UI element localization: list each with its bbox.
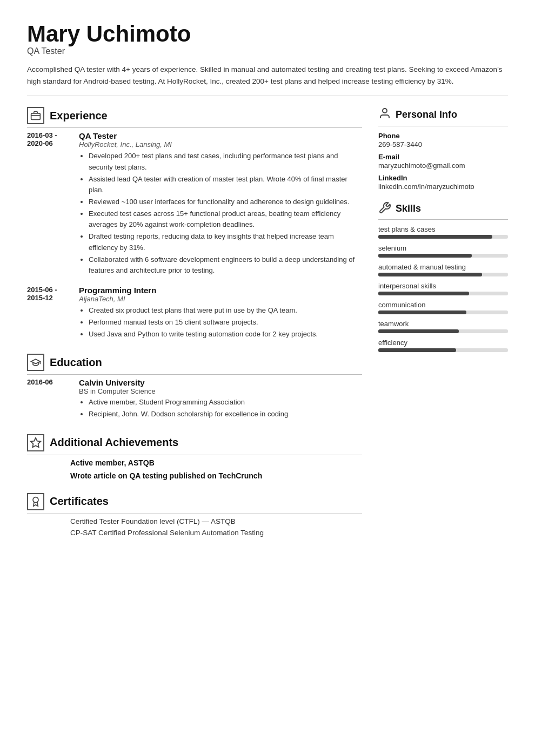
bullet: Collaborated with 6 software development…	[89, 254, 362, 276]
linkedin-label: LinkedIn	[378, 174, 508, 182]
achievements-header: Additional Achievements	[27, 434, 362, 455]
bullet: Developed 200+ test plans and test cases…	[89, 151, 362, 172]
email-value: maryzuchimoto@gmail.com	[378, 161, 508, 170]
bullet: Reviewed ~100 user interfaces for functi…	[89, 197, 362, 207]
job-title: QA Tester	[27, 46, 508, 56]
personal-info-header: Personal Info	[378, 107, 508, 126]
education-header: Education	[27, 354, 362, 375]
skill-bar-bg	[378, 329, 508, 333]
skill-bar-bg	[378, 235, 508, 239]
skill-bar-bg	[378, 254, 508, 258]
experience-entry: 2016-03 -2020-06 QA Tester HollyRocket, …	[27, 131, 362, 277]
certificates-section: Certificates Certified Tester Foundation…	[27, 493, 362, 537]
personal-info-section: Personal Info Phone 269-587-3440 E-mail …	[378, 107, 508, 191]
education-entries: 2016-06 Calvin University BS in Computer…	[27, 378, 362, 421]
main-layout: Experience 2016-03 -2020-06 QA Tester Ho…	[27, 107, 508, 549]
skill-bar-fill	[378, 348, 456, 352]
skill-row: communication	[378, 301, 508, 314]
skill-bar-fill	[378, 254, 472, 258]
experience-entries: 2016-03 -2020-06 QA Tester HollyRocket, …	[27, 131, 362, 341]
achievements-items: Active member, ASTQBWrote article on QA …	[27, 458, 362, 480]
phone-label: Phone	[378, 132, 508, 140]
bullet: Created six product test plans that were…	[89, 305, 362, 316]
skill-bar-fill	[378, 329, 459, 333]
experience-title: Experience	[50, 110, 108, 122]
skills-title: Skills	[396, 203, 421, 214]
skills-header: Skills	[378, 201, 508, 220]
skill-name: efficiency	[378, 339, 508, 347]
certificates-title: Certificates	[50, 495, 109, 508]
skill-name: teamwork	[378, 320, 508, 328]
skill-name: automated & manual testing	[378, 263, 508, 271]
certificate-item: CP-SAT Certified Professional Selenium A…	[70, 529, 362, 537]
degree: BS in Computer Science	[79, 387, 362, 395]
achievements-section: Additional Achievements Active member, A…	[27, 434, 362, 480]
skill-row: efficiency	[378, 339, 508, 352]
skill-bar-fill	[378, 273, 482, 276]
bullet: Active member, Student Programming Assoc…	[89, 397, 362, 408]
education-title: Education	[50, 356, 102, 369]
skill-row: test plans & cases	[378, 225, 508, 239]
bullet: Drafted testing reports, reducing data t…	[89, 231, 362, 253]
skill-name: selenium	[378, 244, 508, 252]
star-icon	[27, 434, 44, 451]
education-section: Education 2016-06 Calvin University BS i…	[27, 354, 362, 421]
full-name: Mary Uchimoto	[27, 22, 508, 46]
entry-job-title: Programming Intern	[79, 286, 362, 295]
edu-entry-content: Calvin University BS in Computer Science…	[79, 378, 362, 421]
bullet: Used Java and Python to write testing au…	[89, 329, 362, 340]
skill-bar-fill	[378, 235, 492, 239]
entry-bullets: Created six product test plans that were…	[79, 305, 362, 340]
bullet: Assisted lead QA tester with creation of…	[89, 174, 362, 195]
svg-marker-2	[31, 437, 41, 447]
entry-date: 2016-06	[27, 378, 70, 421]
left-column: Experience 2016-03 -2020-06 QA Tester Ho…	[27, 107, 362, 549]
bullet: Recipient, John. W. Dodson scholarship f…	[89, 409, 362, 420]
svg-point-3	[33, 497, 38, 502]
svg-point-4	[383, 109, 387, 113]
svg-rect-0	[31, 113, 41, 120]
edu-bullets: Active member, Student Programming Assoc…	[79, 397, 362, 420]
entry-date: 2015-06 -2015-12	[27, 286, 70, 341]
certificates-header: Certificates	[27, 493, 362, 514]
personal-info-title: Personal Info	[396, 109, 457, 120]
skill-name: communication	[378, 301, 508, 309]
skill-bar-fill	[378, 292, 469, 295]
entry-content: QA Tester HollyRocket, Inc., Lansing, MI…	[79, 131, 362, 277]
education-icon	[27, 354, 44, 371]
experience-section: Experience 2016-03 -2020-06 QA Tester Ho…	[27, 107, 362, 341]
skill-row: automated & manual testing	[378, 263, 508, 276]
bullet: Performed manual tests on 15 client soft…	[89, 317, 362, 328]
summary: Accomplished QA tester with 4+ years of …	[27, 64, 508, 96]
skill-bar-bg	[378, 348, 508, 352]
achievements-title: Additional Achievements	[50, 436, 178, 449]
person-icon	[378, 107, 391, 123]
skill-row: selenium	[378, 244, 508, 258]
institution-name: Calvin University	[79, 378, 362, 387]
skill-row: teamwork	[378, 320, 508, 333]
skills-section: Skills test plans & cases selenium autom…	[378, 201, 508, 352]
briefcase-icon	[27, 107, 44, 124]
achievement-item: Wrote article on QA testing published on…	[70, 471, 362, 480]
certificate-icon	[27, 493, 44, 510]
header: Mary Uchimoto QA Tester Accomplished QA …	[27, 22, 508, 96]
linkedin-value: linkedin.com/in/maryzuchimoto	[378, 183, 508, 191]
entry-bullets: Developed 200+ test plans and test cases…	[79, 151, 362, 276]
skill-name: test plans & cases	[378, 225, 508, 233]
certificate-items: Certified Tester Foundation level (CTFL)…	[27, 517, 362, 537]
skill-name: interpersonal skills	[378, 282, 508, 290]
right-column: Personal Info Phone 269-587-3440 E-mail …	[378, 107, 508, 549]
skill-bar-fill	[378, 310, 466, 314]
achievement-item: Active member, ASTQB	[70, 458, 362, 467]
skill-row: interpersonal skills	[378, 282, 508, 295]
experience-header: Experience	[27, 107, 362, 128]
skills-icon	[378, 201, 391, 216]
certificate-item: Certified Tester Foundation level (CTFL)…	[70, 517, 362, 525]
skills-bars: test plans & cases selenium automated & …	[378, 225, 508, 352]
phone-value: 269-587-3440	[378, 140, 508, 148]
skill-bar-bg	[378, 292, 508, 295]
entry-company: HollyRocket, Inc., Lansing, MI	[79, 140, 362, 148]
entry-job-title: QA Tester	[79, 131, 362, 140]
experience-entry: 2015-06 -2015-12 Programming Intern Alja…	[27, 286, 362, 341]
email-label: E-mail	[378, 153, 508, 161]
